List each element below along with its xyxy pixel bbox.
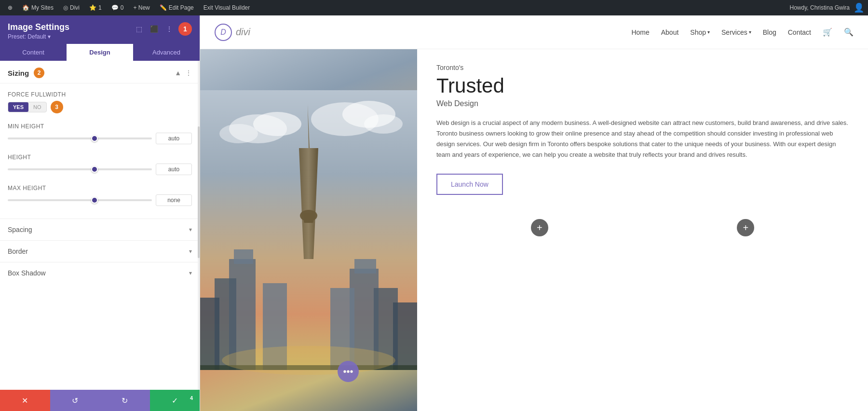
text-section: Toronto's Trusted Web Design Web design … [417,49,868,411]
max-height-track[interactable] [8,199,152,201]
badge-4: 4 [186,393,197,403]
panel-title-area: Image Settings Preset: Default ▾ [8,22,134,40]
panel-layout-icon[interactable]: ⬛ [148,24,160,34]
nav-shop[interactable]: Shop ▾ [690,28,710,36]
box-shadow-title: Box Shadow [8,269,46,277]
max-height-input[interactable] [156,194,192,206]
search-icon[interactable]: 🔍 [844,27,854,37]
sizing-more-icon[interactable]: ⋮ [185,69,192,77]
web-design-subtitle: Web Design [436,99,849,108]
launch-label: Launch Now [451,180,488,188]
comment-button[interactable]: 💬 0 [108,0,128,15]
new-button[interactable]: + New [129,0,153,15]
new-label: + New [133,4,149,11]
nav-shop-arrow-icon: ▾ [707,29,710,35]
tab-design[interactable]: Design [67,44,133,61]
floating-menu-container: ••• [338,361,359,382]
undo-icon: ↺ [72,396,78,405]
max-height-thumb[interactable] [91,197,98,204]
toggle-no[interactable]: NO [28,102,46,112]
svg-rect-10 [304,213,313,223]
sizing-collapse-icon[interactable]: ▲ [175,69,181,77]
toggle-yes[interactable]: YES [8,102,28,112]
border-header[interactable]: Border ▾ [0,241,200,262]
spacing-header[interactable]: Spacing ▾ [0,219,200,240]
box-shadow-chevron-icon: ▾ [189,270,192,276]
box-shadow-header[interactable]: Box Shadow ▾ [0,262,200,284]
save-icon: ✓ [172,396,178,405]
close-button[interactable]: ✕ [0,390,50,411]
main-layout: Image Settings Preset: Default ▾ ⬚ ⬛ ⋮ 1… [0,15,868,411]
cart-icon[interactable]: 🛒 [823,27,832,37]
sizing-section-header: Sizing 2 ▲ ⋮ [0,61,200,83]
tab-content[interactable]: Content [0,44,67,61]
wp-icon-button[interactable]: ⊕ [4,0,16,15]
divi-button[interactable]: ◎ Divi [59,0,83,15]
close-icon: ✕ [22,396,28,405]
nav-home[interactable]: Home [631,28,649,36]
panel-more-icon[interactable]: ⋮ [164,24,175,34]
spacing-title: Spacing [8,226,32,233]
svg-point-3 [219,124,258,143]
height-thumb[interactable] [91,166,98,173]
save-button[interactable]: ✓ 4 [150,390,200,411]
my-sites-label: My Sites [31,4,54,11]
redo-button[interactable]: ↻ [100,390,150,411]
nav-links: Home About Shop ▾ Services ▾ Blog Contac… [631,27,854,37]
site-nav: D divi Home About Shop ▾ Services ▾ Blog… [200,15,868,49]
undo-button[interactable]: ↺ [50,390,100,411]
min-height-thumb[interactable] [91,135,98,142]
city-image [200,49,417,411]
nav-about[interactable]: About [661,28,679,36]
nav-contact[interactable]: Contact [788,28,811,36]
launch-button[interactable]: Launch Now [436,174,503,195]
height-row [8,164,192,175]
height-label: Height [8,154,192,161]
admin-bar-left: ⊕ 🏠 My Sites ◎ Divi ⭐ 1 💬 0 + New ✏️ Edi… [4,0,790,15]
force-fullwidth-toggle[interactable]: YES NO [8,102,47,112]
comment-count: 0 [121,4,124,11]
max-height-label: Max Height [8,185,192,192]
body-text: Web design is a crucial aspect of any mo… [436,118,849,160]
wp-admin-bar: ⊕ 🏠 My Sites ◎ Divi ⭐ 1 💬 0 + New ✏️ Edi… [0,0,868,15]
badge-1: 1 [178,22,192,36]
divi-icon: ◎ [63,4,68,11]
my-sites-button[interactable]: 🏠 My Sites [18,0,57,15]
edit-page-button[interactable]: ✏️ Edit Page [156,0,198,15]
nav-services[interactable]: Services ▾ [721,28,751,36]
nav-services-label: Services [721,28,747,36]
svg-point-2 [253,112,301,136]
height-input[interactable] [156,164,192,175]
nav-services-arrow-icon: ▾ [749,29,751,35]
nav-blog[interactable]: Blog [763,28,776,36]
border-section: Border ▾ [0,240,200,262]
badge-2: 2 [34,68,44,78]
sizing-title: Sizing [8,69,29,77]
spacing-section: Spacing ▾ [0,219,200,240]
min-height-input[interactable] [156,133,192,144]
image-section [200,49,417,411]
panel-fullscreen-icon[interactable]: ⬚ [134,24,144,34]
nav-shop-label: Shop [690,28,706,36]
add-section-left-button[interactable]: + [531,219,548,236]
floating-menu-button[interactable]: ••• [338,361,359,382]
tab-advanced[interactable]: Advanced [133,44,200,61]
panel-body: Sizing 2 ▲ ⋮ Force Fullwidth YES NO [0,61,200,390]
sizing-title-row: Sizing 2 [8,68,44,78]
border-title: Border [8,247,28,255]
comments-count: 1 [98,4,102,11]
bottom-bar: ✕ ↺ ↻ ✓ 4 [0,390,200,411]
panel-preset[interactable]: Preset: Default ▾ [8,33,134,40]
min-height-track[interactable] [8,137,152,139]
panel-tabs: Content Design Advanced [0,44,200,61]
exit-builder-label: Exit Visual Builder [203,4,250,11]
height-track[interactable] [8,168,152,170]
add-section-right-button[interactable]: + [737,219,754,236]
howdy-label: Howdy, Christina Gwira [790,4,850,11]
exit-builder-button[interactable]: Exit Visual Builder [200,0,254,15]
add-left-icon: + [537,222,542,233]
preview-area: D divi Home About Shop ▾ Services ▾ Blog… [200,15,868,411]
trusted-title: Trusted [436,74,849,97]
border-chevron-icon: ▾ [189,248,192,255]
comments-count-button[interactable]: ⭐ 1 [85,0,106,15]
